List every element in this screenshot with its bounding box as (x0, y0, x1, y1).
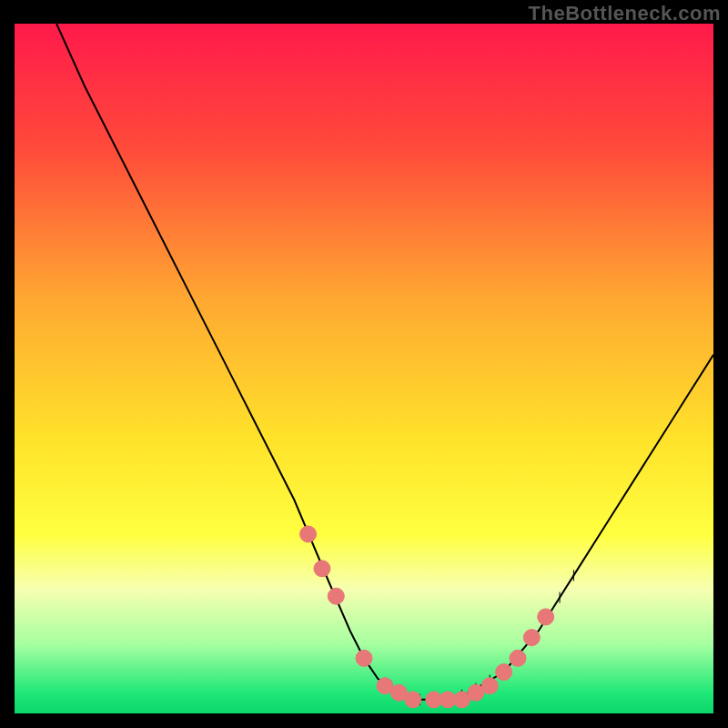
marker-dot (496, 664, 512, 681)
marker-dot (300, 526, 317, 542)
marker-dot (523, 630, 540, 646)
marker-dot (356, 650, 372, 666)
chart-svg (15, 24, 713, 713)
chart-frame: TheBottleneck.com (0, 0, 728, 728)
plot-area (15, 24, 713, 713)
marker-dot (510, 650, 526, 666)
marker-dot (314, 561, 330, 577)
marker-dot (405, 692, 421, 708)
marker-dot (481, 678, 498, 694)
marker-dot (538, 609, 554, 625)
gradient-rect (15, 24, 713, 713)
marker-dot (328, 588, 344, 604)
watermark-text: TheBottleneck.com (529, 2, 721, 25)
